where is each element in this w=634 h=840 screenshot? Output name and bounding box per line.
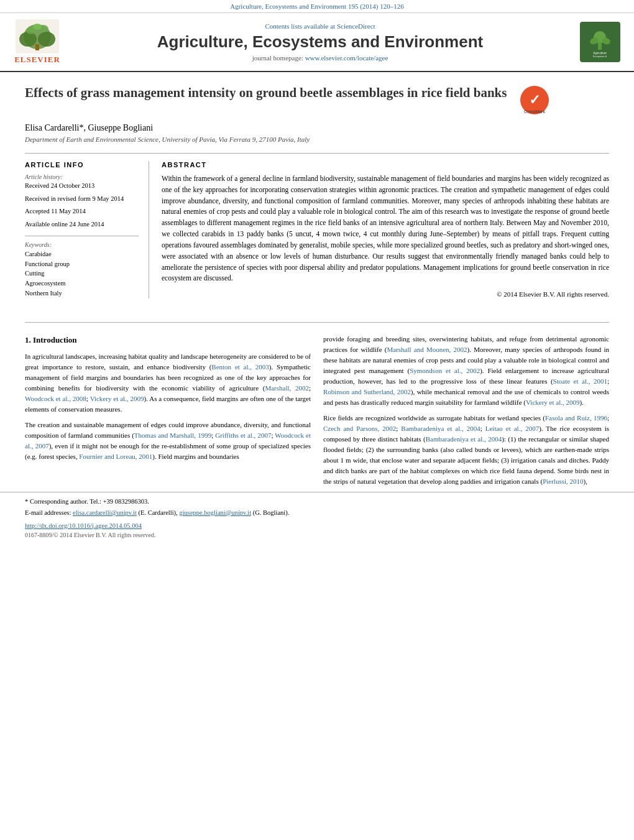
- ref-marshall2002[interactable]: Marshall, 2002: [265, 384, 308, 392]
- received-date: Received 24 October 2013: [25, 182, 139, 191]
- ref-fournier[interactable]: Fournier and Loreau, 2001: [79, 453, 152, 460]
- elsevier-logo: ELSEVIER: [12, 19, 62, 65]
- article-info-title: ARTICLE INFO: [25, 161, 139, 168]
- ref-benton[interactable]: Benton et al., 2003: [211, 363, 269, 371]
- elsevier-tree-icon: [16, 19, 59, 53]
- article-info: ARTICLE INFO Article history: Received 2…: [25, 161, 149, 298]
- ref-bambaradeniya2004b[interactable]: Bambaradeniya et al., 2004: [426, 435, 502, 443]
- footnote-email: E-mail addresses: elisa.cardarelli@unipv…: [25, 509, 609, 518]
- keyword-northern-italy: Northern Italy: [25, 288, 139, 298]
- abstract-title: ABSTRACT: [162, 161, 609, 168]
- svg-point-2: [19, 32, 37, 47]
- svg-rect-10: [598, 42, 602, 50]
- header-center: Contents lists available at ScienceDirec…: [68, 22, 572, 62]
- right-para-1: provide foraging and breeding sites, ove…: [323, 334, 609, 408]
- sciencedirect-link[interactable]: Contents lists available at ScienceDirec…: [68, 22, 572, 30]
- ref-robinson[interactable]: Robinson and Sutherland, 2002: [323, 388, 411, 395]
- license-area: 0167-8809/© 2014 Elsevier B.V. All right…: [0, 532, 634, 545]
- journal-logo-icon: Agriculture Ecosystems &: [583, 25, 617, 59]
- keywords-label: Keywords:: [25, 241, 139, 248]
- journal-logo: Agriculture Ecosystems &: [578, 22, 622, 62]
- ref-fasola[interactable]: Fasola and Ruiz, 1996: [545, 414, 607, 422]
- journal-citation: Agriculture, Ecosystems and Environment …: [230, 2, 404, 10]
- left-column: 1. Introduction In agricultural landscap…: [25, 334, 311, 492]
- authors: Elisa Cardarelli*, Giuseppe Bogliani: [25, 123, 609, 133]
- email-bogliani[interactable]: giuseppe.bogliani@unipv.it: [179, 509, 251, 516]
- doi-link[interactable]: http://dx.doi.org/10.1016/j.agee.2014.05…: [25, 522, 142, 529]
- keyword-cutting: Cutting: [25, 269, 139, 279]
- intro-heading: 1. Introduction: [25, 334, 311, 346]
- svg-point-7: [33, 24, 42, 30]
- svg-text:CrossMark: CrossMark: [525, 109, 546, 114]
- ref-czech[interactable]: Czech and Parsons, 2002: [323, 425, 396, 432]
- ref-thomas[interactable]: Thomas and Marshall, 1999: [134, 432, 211, 439]
- ref-marshall-moonen[interactable]: Marshall and Moonen, 2002: [387, 346, 467, 353]
- accepted-date: Accepted 11 May 2014: [25, 207, 139, 216]
- intro-para-1: In agricultural landscapes, increasing h…: [25, 351, 311, 415]
- ref-leitao[interactable]: Leitao et al., 2007: [485, 425, 539, 432]
- ref-woodcock[interactable]: Woodcock et al., 2008: [25, 395, 86, 402]
- header: ELSEVIER Contents lists available at Sci…: [0, 13, 634, 72]
- ref-bambaradeniya2004[interactable]: Bambaradeniya et al., 2004: [401, 425, 480, 432]
- footnote-corresponding: * Corresponding author. Tel.: +39 083298…: [25, 497, 609, 507]
- copyright: © 2014 Elsevier B.V. All rights reserved…: [162, 290, 609, 298]
- svg-point-3: [38, 32, 55, 47]
- keyword-carabidae: Carabidae: [25, 249, 139, 259]
- ref-vickery-right[interactable]: Vickery et al., 2009: [526, 399, 579, 406]
- affiliation: Department of Earth and Environmental Sc…: [25, 136, 609, 143]
- page: Agriculture, Ecosystems and Environment …: [0, 0, 634, 840]
- history-label: Article history:: [25, 173, 139, 180]
- article-title: Effects of grass management intensity on…: [25, 85, 507, 101]
- divider: [25, 322, 609, 323]
- two-column-body: 1. Introduction In agricultural landscap…: [0, 334, 634, 492]
- svg-rect-4: [35, 44, 39, 50]
- received-revised-date: Received in revised form 9 May 2014: [25, 195, 139, 204]
- footnote-area: * Corresponding author. Tel.: +39 083298…: [0, 492, 634, 517]
- email-cardarelli[interactable]: elisa.cardarelli@unipv.it: [73, 509, 137, 516]
- journal-homepage-link[interactable]: www.elsevier.com/locate/agee: [305, 54, 388, 62]
- title-row: Effects of grass management intensity on…: [25, 85, 609, 118]
- ref-pierlussi[interactable]: Pierlussi, 2010: [543, 478, 583, 485]
- svg-text:Agriculture: Agriculture: [593, 52, 607, 55]
- crossmark-icon: ✓ CrossMark: [519, 85, 550, 116]
- ref-stoate[interactable]: Stoate et al., 2001: [553, 377, 607, 385]
- right-column: provide foraging and breeding sites, ove…: [323, 334, 609, 492]
- right-para-2: Rice fields are recognized worldwide as …: [323, 413, 609, 487]
- article-content: Effects of grass management intensity on…: [0, 72, 634, 311]
- article-body: ARTICLE INFO Article history: Received 2…: [25, 153, 609, 298]
- svg-text:Ecosystems &: Ecosystems &: [592, 55, 607, 58]
- ref-vickery2009[interactable]: Vickery et al., 2009: [90, 395, 144, 402]
- svg-text:✓: ✓: [529, 92, 540, 108]
- available-date: Available online 24 June 2014: [25, 220, 139, 229]
- keyword-agroecosystem: Agroecosystem: [25, 279, 139, 288]
- keywords-section: Keywords: Carabidae Functional group Cut…: [25, 236, 139, 298]
- journal-homepage: journal homepage: www.elsevier.com/locat…: [68, 54, 572, 62]
- keyword-functional-group: Functional group: [25, 259, 139, 269]
- journal-logo-box: Agriculture Ecosystems &: [580, 22, 620, 62]
- journal-bar: Agriculture, Ecosystems and Environment …: [0, 0, 634, 13]
- elsevier-brand-text: ELSEVIER: [14, 55, 60, 65]
- intro-para-2: The creation and sustainable management …: [25, 420, 311, 462]
- journal-title: Agriculture, Ecosystems and Environment: [68, 32, 572, 52]
- ref-griffiths[interactable]: Griffiths et al., 2007: [215, 432, 271, 439]
- abstract-text: Within the framework of a general declin…: [162, 173, 609, 284]
- abstract-section: ABSTRACT Within the framework of a gener…: [162, 161, 609, 298]
- crossmark-logo: ✓ CrossMark: [519, 85, 550, 118]
- ref-symondson[interactable]: Symondson et al., 2002: [410, 367, 480, 374]
- doi-area: http://dx.doi.org/10.1016/j.agee.2014.05…: [0, 520, 634, 532]
